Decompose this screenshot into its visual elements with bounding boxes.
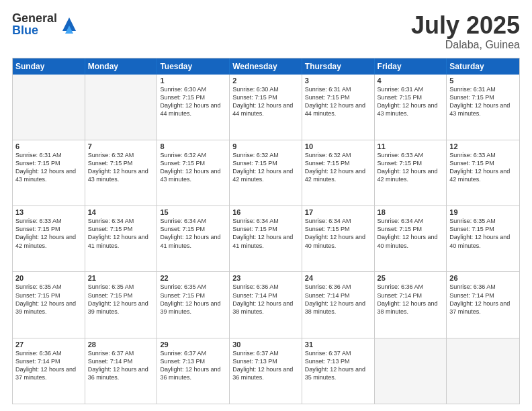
day-info: Sunrise: 6:36 AMSunset: 7:14 PMDaylight:…	[378, 283, 444, 316]
header-day-friday: Friday	[375, 58, 447, 75]
day-number: 18	[378, 208, 444, 216]
header-day-monday: Monday	[85, 58, 158, 75]
calendar-row-0: 1Sunrise: 6:30 AMSunset: 7:15 PMDaylight…	[13, 75, 519, 140]
day-cell-5: 5Sunrise: 6:31 AMSunset: 7:15 PMDaylight…	[447, 75, 519, 140]
day-cell-26: 26Sunrise: 6:36 AMSunset: 7:14 PMDayligh…	[447, 272, 519, 337]
day-info: Sunrise: 6:30 AMSunset: 7:15 PMDaylight:…	[160, 85, 226, 118]
empty-cell	[375, 338, 447, 404]
title-location: Dalaba, Guinea	[411, 39, 520, 51]
calendar-header: SundayMondayTuesdayWednesdayThursdayFrid…	[13, 58, 519, 75]
day-number: 3	[305, 77, 371, 85]
day-cell-2: 2Sunrise: 6:30 AMSunset: 7:15 PMDaylight…	[230, 75, 302, 140]
logo-blue-text: Blue	[12, 24, 57, 36]
header-day-saturday: Saturday	[447, 58, 519, 75]
day-cell-24: 24Sunrise: 6:36 AMSunset: 7:14 PMDayligh…	[302, 272, 375, 337]
header: General Blue July 2025 Dalaba, Guinea	[12, 12, 520, 51]
day-info: Sunrise: 6:37 AMSunset: 7:13 PMDaylight:…	[305, 349, 371, 382]
day-info: Sunrise: 6:36 AMSunset: 7:14 PMDaylight:…	[449, 283, 517, 316]
header-day-wednesday: Wednesday	[230, 58, 302, 75]
day-number: 26	[449, 274, 517, 282]
day-info: Sunrise: 6:34 AMSunset: 7:15 PMDaylight:…	[378, 217, 444, 250]
page: General Blue July 2025 Dalaba, Guinea Su…	[0, 0, 532, 411]
header-day-tuesday: Tuesday	[157, 58, 230, 75]
header-day-thursday: Thursday	[302, 58, 375, 75]
day-number: 28	[88, 340, 154, 349]
day-cell-28: 28Sunrise: 6:37 AMSunset: 7:14 PMDayligh…	[85, 338, 158, 404]
day-info: Sunrise: 6:37 AMSunset: 7:14 PMDaylight:…	[88, 349, 154, 382]
day-info: Sunrise: 6:32 AMSunset: 7:15 PMDaylight:…	[160, 151, 226, 184]
day-number: 21	[88, 274, 154, 282]
day-info: Sunrise: 6:32 AMSunset: 7:15 PMDaylight:…	[305, 151, 371, 184]
day-number: 15	[160, 208, 226, 216]
calendar: SundayMondayTuesdayWednesdayThursdayFrid…	[12, 58, 520, 404]
calendar-row-3: 20Sunrise: 6:35 AMSunset: 7:15 PMDayligh…	[13, 271, 519, 337]
day-number: 6	[15, 142, 82, 150]
day-info: Sunrise: 6:35 AMSunset: 7:15 PMDaylight:…	[449, 217, 517, 250]
day-info: Sunrise: 6:34 AMSunset: 7:15 PMDaylight:…	[305, 217, 371, 250]
day-info: Sunrise: 6:33 AMSunset: 7:15 PMDaylight:…	[15, 217, 82, 250]
logo-icon	[60, 15, 79, 34]
empty-cell	[85, 75, 158, 140]
day-number: 4	[378, 77, 444, 85]
day-number: 9	[232, 142, 299, 150]
day-cell-22: 22Sunrise: 6:35 AMSunset: 7:15 PMDayligh…	[157, 272, 230, 337]
day-number: 10	[305, 142, 371, 150]
empty-cell	[13, 75, 85, 140]
day-info: Sunrise: 6:33 AMSunset: 7:15 PMDaylight:…	[449, 151, 517, 184]
day-info: Sunrise: 6:33 AMSunset: 7:15 PMDaylight:…	[378, 151, 444, 184]
logo-general-text: General	[12, 12, 57, 24]
day-number: 31	[305, 340, 371, 349]
day-number: 13	[15, 208, 82, 216]
day-cell-6: 6Sunrise: 6:31 AMSunset: 7:15 PMDaylight…	[13, 140, 85, 205]
day-info: Sunrise: 6:35 AMSunset: 7:15 PMDaylight:…	[88, 283, 154, 316]
day-number: 24	[305, 274, 371, 282]
day-cell-10: 10Sunrise: 6:32 AMSunset: 7:15 PMDayligh…	[302, 140, 375, 205]
empty-cell	[447, 338, 519, 404]
day-info: Sunrise: 6:31 AMSunset: 7:15 PMDaylight:…	[378, 85, 444, 118]
day-cell-21: 21Sunrise: 6:35 AMSunset: 7:15 PMDayligh…	[85, 272, 158, 337]
day-cell-4: 4Sunrise: 6:31 AMSunset: 7:15 PMDaylight…	[375, 75, 447, 140]
day-number: 27	[15, 340, 82, 349]
day-info: Sunrise: 6:32 AMSunset: 7:15 PMDaylight:…	[232, 151, 299, 184]
day-info: Sunrise: 6:37 AMSunset: 7:13 PMDaylight:…	[232, 349, 299, 382]
day-info: Sunrise: 6:32 AMSunset: 7:15 PMDaylight:…	[88, 151, 154, 184]
day-info: Sunrise: 6:31 AMSunset: 7:15 PMDaylight:…	[449, 85, 517, 118]
day-cell-17: 17Sunrise: 6:34 AMSunset: 7:15 PMDayligh…	[302, 206, 375, 271]
day-number: 11	[378, 142, 444, 150]
day-cell-9: 9Sunrise: 6:32 AMSunset: 7:15 PMDaylight…	[230, 140, 302, 205]
day-info: Sunrise: 6:31 AMSunset: 7:15 PMDaylight:…	[305, 85, 371, 118]
day-cell-7: 7Sunrise: 6:32 AMSunset: 7:15 PMDaylight…	[85, 140, 158, 205]
day-number: 30	[232, 340, 299, 349]
day-info: Sunrise: 6:36 AMSunset: 7:14 PMDaylight:…	[305, 283, 371, 316]
day-number: 22	[160, 274, 226, 282]
day-number: 12	[449, 142, 517, 150]
header-day-sunday: Sunday	[13, 58, 85, 75]
day-cell-11: 11Sunrise: 6:33 AMSunset: 7:15 PMDayligh…	[375, 140, 447, 205]
day-info: Sunrise: 6:35 AMSunset: 7:15 PMDaylight:…	[160, 283, 226, 316]
day-number: 5	[449, 77, 517, 85]
calendar-row-1: 6Sunrise: 6:31 AMSunset: 7:15 PMDaylight…	[13, 140, 519, 205]
day-number: 20	[15, 274, 82, 282]
day-info: Sunrise: 6:36 AMSunset: 7:14 PMDaylight:…	[15, 349, 82, 382]
day-number: 25	[378, 274, 444, 282]
day-cell-13: 13Sunrise: 6:33 AMSunset: 7:15 PMDayligh…	[13, 206, 85, 271]
day-number: 19	[449, 208, 517, 216]
day-info: Sunrise: 6:34 AMSunset: 7:15 PMDaylight:…	[88, 217, 154, 250]
day-cell-30: 30Sunrise: 6:37 AMSunset: 7:13 PMDayligh…	[230, 338, 302, 404]
day-number: 1	[160, 77, 226, 85]
day-number: 8	[160, 142, 226, 150]
day-number: 16	[232, 208, 299, 216]
title-block: July 2025 Dalaba, Guinea	[411, 12, 520, 51]
day-info: Sunrise: 6:34 AMSunset: 7:15 PMDaylight:…	[232, 217, 299, 250]
day-cell-1: 1Sunrise: 6:30 AMSunset: 7:15 PMDaylight…	[157, 75, 230, 140]
day-number: 17	[305, 208, 371, 216]
day-cell-31: 31Sunrise: 6:37 AMSunset: 7:13 PMDayligh…	[302, 338, 375, 404]
day-info: Sunrise: 6:30 AMSunset: 7:15 PMDaylight:…	[232, 85, 299, 118]
day-number: 14	[88, 208, 154, 216]
day-cell-29: 29Sunrise: 6:37 AMSunset: 7:13 PMDayligh…	[157, 338, 230, 404]
title-month: July 2025	[411, 12, 520, 39]
day-info: Sunrise: 6:36 AMSunset: 7:14 PMDaylight:…	[232, 283, 299, 316]
day-number: 23	[232, 274, 299, 282]
day-cell-15: 15Sunrise: 6:34 AMSunset: 7:15 PMDayligh…	[157, 206, 230, 271]
logo: General Blue	[12, 12, 79, 36]
